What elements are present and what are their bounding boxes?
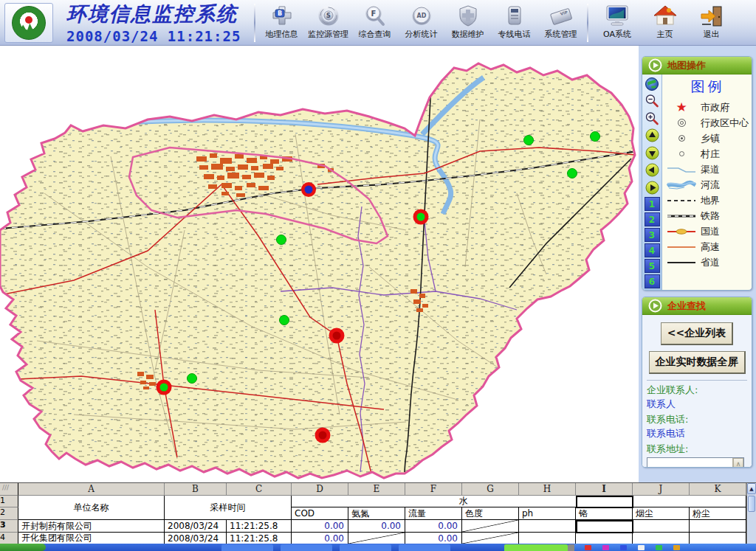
- map-operations-header[interactable]: 地图操作: [642, 57, 752, 74]
- pan-up-button[interactable]: [644, 128, 661, 143]
- nav-monitor-source[interactable]: S 监控源管理: [305, 2, 351, 44]
- grid-corner-cell[interactable]: [0, 483, 18, 496]
- sample-time-header[interactable]: 采样时间: [165, 496, 292, 520]
- col-header[interactable]: H: [519, 483, 576, 496]
- enterprise-marker-green-alert[interactable]: [417, 213, 425, 221]
- start-button[interactable]: [0, 544, 46, 551]
- ph-value-cell[interactable]: [519, 520, 576, 533]
- enterprise-marker-red-alert[interactable]: [333, 332, 341, 340]
- enterprise-marker-green[interactable]: [568, 169, 577, 179]
- col-header[interactable]: D: [292, 483, 348, 496]
- zoom-level-2-button[interactable]: 2: [645, 212, 660, 226]
- param-header[interactable]: 铬: [576, 507, 633, 520]
- tray-icon[interactable]: [602, 545, 609, 550]
- scroll-up-icon[interactable]: ▲: [747, 483, 756, 494]
- tray-icon[interactable]: [585, 545, 591, 550]
- smoke-value-cell[interactable]: [633, 533, 690, 544]
- unit-name-header[interactable]: 单位名称: [18, 496, 165, 520]
- zoom-level-3-button[interactable]: 3: [645, 228, 660, 242]
- zoom-level-4-button[interactable]: 4: [645, 243, 660, 257]
- enterprise-marker-green[interactable]: [277, 235, 286, 245]
- sample-time-cell[interactable]: 11:21:25.8: [227, 520, 292, 533]
- smoke-value-cell[interactable]: [633, 520, 690, 533]
- col-header[interactable]: F: [405, 483, 462, 496]
- nav-phone[interactable]: 专线电话: [491, 2, 537, 44]
- enterprise-marker-green[interactable]: [524, 136, 534, 145]
- flow-value-cell[interactable]: 0.00: [405, 520, 462, 533]
- param-header[interactable]: ph: [519, 507, 576, 520]
- param-header[interactable]: 粉尘: [690, 507, 746, 520]
- zoom-level-6-button[interactable]: 6: [645, 274, 660, 288]
- col-header[interactable]: J: [633, 483, 690, 496]
- nav-system-admin[interactable]: VIP 系统管理: [537, 2, 584, 44]
- taskbar-item[interactable]: [504, 544, 568, 551]
- col-header[interactable]: B: [165, 483, 227, 496]
- zoom-level-1-button[interactable]: 1: [645, 197, 660, 211]
- param-header[interactable]: 氨氮: [348, 507, 405, 520]
- enterprise-marker-green-alert[interactable]: [160, 384, 168, 392]
- col-header[interactable]: E: [348, 483, 405, 496]
- cod-value-cell[interactable]: 0.00: [292, 533, 348, 544]
- map-canvas[interactable]: [0, 46, 639, 482]
- contact-value[interactable]: 联系人: [647, 398, 747, 411]
- col-header[interactable]: A: [18, 483, 165, 496]
- dust-value-cell[interactable]: [690, 520, 746, 533]
- cr-value-cell[interactable]: [576, 533, 633, 544]
- row-header[interactable]: 1: [0, 496, 18, 507]
- tray-icon[interactable]: [673, 545, 680, 550]
- enterprise-marker-green[interactable]: [280, 316, 289, 325]
- nh3n-value-cell[interactable]: [348, 533, 405, 544]
- system-tray[interactable]: [574, 544, 756, 551]
- table-scrollbar[interactable]: ▲: [746, 483, 756, 544]
- row-header[interactable]: 2: [0, 507, 18, 520]
- param-header[interactable]: 色度: [462, 507, 519, 520]
- nav-home[interactable]: 主页: [642, 2, 688, 44]
- nav-exit[interactable]: 退出: [688, 2, 735, 44]
- param-header[interactable]: COD: [292, 507, 348, 520]
- nav-query[interactable]: F 综合查询: [351, 2, 398, 44]
- address-scrollbar[interactable]: ∧ ∨: [732, 458, 743, 468]
- dust-value-cell[interactable]: [690, 533, 746, 544]
- taskbar-item[interactable]: [221, 544, 273, 551]
- enterprise-list-button[interactable]: <<企业列表: [661, 322, 733, 345]
- flow-value-cell[interactable]: 0.00: [405, 533, 462, 544]
- enterprise-marker-green[interactable]: [591, 132, 600, 142]
- taskbar-item[interactable]: [281, 544, 332, 551]
- col-header[interactable]: G: [462, 483, 519, 496]
- nh3n-value-cell[interactable]: 0.00: [348, 520, 405, 533]
- pan-left-button[interactable]: [644, 162, 661, 178]
- enterprise-search-header[interactable]: 企业查找: [642, 297, 752, 315]
- sample-date-cell[interactable]: 2008/03/24: [165, 533, 227, 544]
- unit-name-cell[interactable]: 开化集团有限公司: [18, 533, 165, 544]
- tray-icon[interactable]: [638, 545, 645, 550]
- tray-icon[interactable]: [656, 545, 662, 550]
- chroma-value-cell[interactable]: [462, 520, 519, 533]
- phone-value[interactable]: 联系电话: [647, 427, 747, 440]
- zoom-level-5-button[interactable]: 5: [645, 259, 660, 273]
- sample-time-cell[interactable]: 11:21:25.8: [227, 533, 292, 544]
- zoom-out-button[interactable]: [644, 93, 661, 108]
- taskbar-item[interactable]: [399, 544, 450, 551]
- nav-oa-system[interactable]: OA系统: [593, 2, 642, 44]
- tray-icon[interactable]: [620, 545, 627, 550]
- unit-name-cell[interactable]: 开封制药有限公司: [18, 520, 165, 533]
- enterprise-marker-green[interactable]: [188, 374, 197, 384]
- taskbar-item[interactable]: [340, 544, 391, 551]
- param-header[interactable]: 流量: [405, 507, 462, 520]
- pan-down-button[interactable]: [644, 145, 661, 161]
- chroma-value-cell[interactable]: [462, 533, 519, 544]
- enterprise-marker-red-alert[interactable]: [319, 432, 327, 440]
- col-header[interactable]: C: [227, 483, 292, 496]
- scroll-up-icon[interactable]: ∧: [733, 458, 743, 468]
- realtime-fullscreen-button[interactable]: 企业实时数据全屏: [649, 351, 746, 374]
- pan-right-button[interactable]: [644, 180, 661, 195]
- full-extent-button[interactable]: [644, 76, 661, 91]
- address-textarea[interactable]: ∧ ∨: [647, 457, 744, 468]
- nav-stats[interactable]: AD 分析统计: [398, 2, 444, 44]
- zoom-in-button[interactable]: [644, 111, 661, 126]
- windows-taskbar[interactable]: [0, 544, 756, 551]
- row-header[interactable]: 3: [0, 520, 18, 533]
- enterprise-marker-selected-blue[interactable]: [305, 186, 313, 194]
- scrollbar-thumb[interactable]: [748, 496, 755, 512]
- col-header[interactable]: K: [690, 483, 746, 496]
